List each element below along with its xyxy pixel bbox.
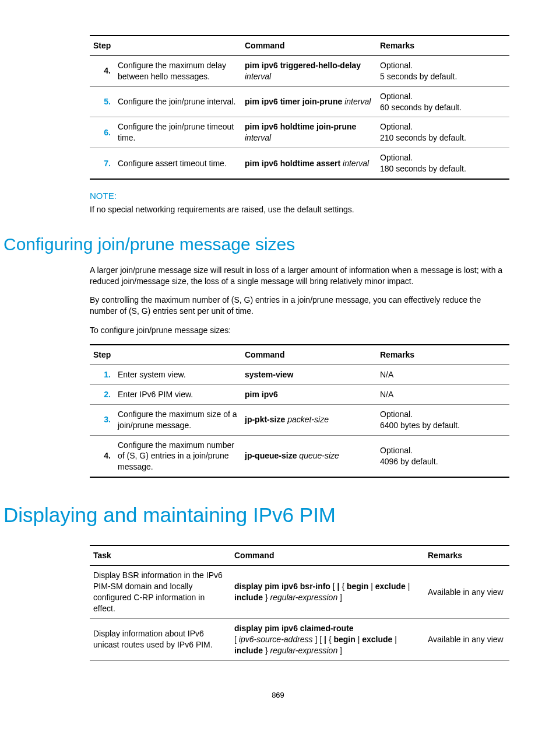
table-row: 4. Configure the maximum number of (S, G… [90, 435, 509, 477]
table-row: 6. Configure the join/prune timeout time… [90, 117, 509, 148]
step-num: 5. [90, 86, 114, 117]
table-row: Display BSR information in the IPv6 PIM-… [90, 566, 509, 619]
step-desc: Enter system view. [114, 365, 241, 385]
th-remarks: Remarks [376, 36, 509, 55]
th-remarks: Remarks [424, 545, 509, 565]
task-desc: Display BSR information in the IPv6 PIM-… [90, 566, 231, 619]
paragraph: A larger join/prune message size will re… [90, 265, 509, 287]
step-num: 4. [90, 55, 114, 86]
step-num: 2. [90, 384, 114, 404]
step-rem: N/A [376, 384, 509, 404]
step-rem: N/A [376, 365, 509, 385]
step-desc: Configure the maximum delay between hell… [114, 55, 241, 86]
step-num: 4. [90, 435, 114, 477]
note-label: NOTE: [90, 190, 509, 202]
table-row: 5. Configure the join/prune interval. pi… [90, 86, 509, 117]
step-num: 6. [90, 117, 114, 148]
tasks-table: Task Command Remarks Display BSR informa… [90, 545, 509, 660]
th-step: Step [90, 345, 241, 365]
step-rem: Optional.60 seconds by default. [376, 86, 509, 117]
task-cmd: display pim ipv6 bsr-info [ | { begin | … [231, 566, 424, 619]
table-row: 2. Enter IPv6 PIM view. pim ipv6 N/A [90, 384, 509, 404]
th-step: Step [90, 36, 241, 55]
step-cmd: jp-queue-size queue-size [241, 435, 376, 477]
paragraph: By controlling the maximum number of (S,… [90, 295, 509, 317]
step-desc: Configure the join/prune interval. [114, 86, 241, 117]
step-num: 3. [90, 404, 114, 435]
table-row: 4. Configure the maximum delay between h… [90, 55, 509, 86]
paragraph: To configure join/prune message sizes: [90, 325, 509, 336]
step-desc: Configure the maximum number of (S, G) e… [114, 435, 241, 477]
th-command: Command [241, 345, 376, 365]
steps-table-2: Step Command Remarks 1. Enter system vie… [90, 344, 509, 478]
task-desc: Display information about IPv6 unicast r… [90, 618, 231, 660]
task-rem: Available in any view [424, 566, 509, 619]
task-cmd: display pim ipv6 claimed-route[ ipv6-sou… [231, 618, 424, 660]
section-heading-displaying: Displaying and maintaining IPv6 PIM [3, 501, 509, 528]
step-cmd: pim ipv6 triggered-hello-delay interval [241, 55, 376, 86]
step-rem: Optional.210 seconds by default. [376, 117, 509, 148]
task-rem: Available in any view [424, 618, 509, 660]
step-cmd: pim ipv6 timer join-prune interval [241, 86, 376, 117]
table-row: 1. Enter system view. system-view N/A [90, 365, 509, 385]
table-row: Display information about IPv6 unicast r… [90, 618, 509, 660]
th-remarks: Remarks [376, 345, 509, 365]
step-desc: Configure the join/prune timeout time. [114, 117, 241, 148]
step-rem: Optional.6400 bytes by default. [376, 404, 509, 435]
page-number: 869 [47, 690, 509, 701]
th-command: Command [241, 36, 376, 55]
step-num: 7. [90, 148, 114, 179]
step-rem: Optional.180 seconds by default. [376, 148, 509, 179]
step-num: 1. [90, 365, 114, 385]
step-cmd: pim ipv6 holdtime join-prune interval [241, 117, 376, 148]
step-cmd: pim ipv6 [241, 384, 376, 404]
step-desc: Enter IPv6 PIM view. [114, 384, 241, 404]
step-rem: Optional.4096 by default. [376, 435, 509, 477]
section-heading-configuring: Configuring join/prune message sizes [3, 233, 509, 257]
table-row: 3. Configure the maximum size of a join/… [90, 404, 509, 435]
note-body: If no special networking requirements ar… [90, 204, 509, 215]
step-rem: Optional.5 seconds by default. [376, 55, 509, 86]
step-cmd: pim ipv6 holdtime assert interval [241, 148, 376, 179]
step-desc: Configure assert timeout time. [114, 148, 241, 179]
step-cmd: system-view [241, 365, 376, 385]
step-desc: Configure the maximum size of a join/pru… [114, 404, 241, 435]
steps-table-1: Step Command Remarks 4. Configure the ma… [90, 35, 509, 180]
th-command: Command [231, 545, 424, 565]
table-row: 7. Configure assert timeout time. pim ip… [90, 148, 509, 179]
step-cmd: jp-pkt-size packet-size [241, 404, 376, 435]
th-task: Task [90, 545, 231, 565]
